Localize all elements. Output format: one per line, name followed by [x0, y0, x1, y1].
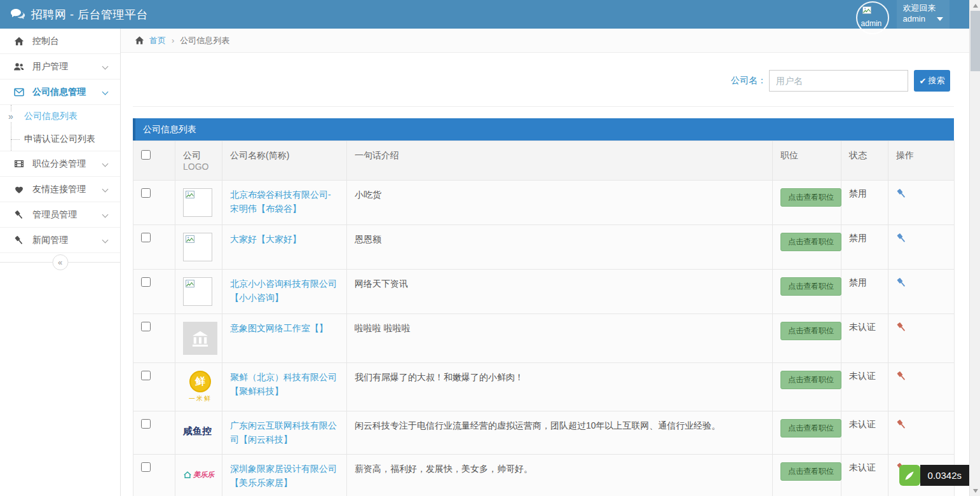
status-text: 禁用: [849, 277, 867, 287]
chevron-down-icon: [102, 89, 109, 95]
breadcrumb: 首页 › 公司信息列表: [121, 29, 969, 53]
sidebar-item-label: 友情连接管理: [32, 184, 86, 195]
company-info-submenu: » 公司信息列表 申请认证公司列表: [0, 105, 120, 151]
company-name-link[interactable]: 聚鲜（北京）科技有限公司【聚鲜科技】: [230, 371, 339, 398]
view-jobs-button[interactable]: 点击查看职位: [780, 233, 841, 251]
sidebar-item-console[interactable]: 控制台: [0, 29, 120, 54]
col-header-job: 职位: [773, 141, 841, 181]
company-logo-broken-image: [183, 188, 212, 217]
home-icon: [13, 36, 24, 46]
thinkphp-leaf-icon[interactable]: [899, 465, 920, 486]
username-text: admin: [903, 13, 925, 24]
sidebar-item-label: 新闻管理: [32, 235, 68, 246]
juxian-logo-text: 一米鲜: [183, 394, 217, 403]
search-button-label: 搜索: [928, 75, 944, 86]
scrollbar-thumb[interactable]: [970, 11, 980, 71]
col-header-logo-line2: LOGO: [183, 162, 208, 172]
status-text: 未认证: [849, 371, 876, 381]
row-checkbox[interactable]: [141, 277, 151, 287]
divider: [133, 106, 954, 107]
sidebar-item-label: 管理员管理: [32, 209, 77, 221]
sidebar-item-friend-links-management[interactable]: 友情连接管理: [0, 177, 120, 202]
house-icon: [183, 471, 192, 479]
avatar-alt-text: admin: [861, 19, 882, 28]
juxian-logo-circle: 鲜: [189, 371, 211, 392]
gavel-action-icon[interactable]: [896, 371, 907, 382]
search-button[interactable]: ✔ 搜索: [914, 70, 950, 92]
broken-image-icon: [186, 280, 194, 289]
view-jobs-button[interactable]: 点击查看职位: [780, 277, 841, 296]
chevron-down-icon: [102, 237, 109, 244]
avatar[interactable]: admin: [856, 1, 889, 34]
scrollbar-down-arrow[interactable]: [970, 485, 980, 496]
gavel-icon: [13, 235, 24, 245]
gavel-action-icon[interactable]: [896, 419, 907, 430]
company-name-link[interactable]: 北京小小咨询科技有限公司【小小咨询】: [230, 277, 339, 305]
col-header-logo-line1: 公司: [183, 150, 201, 160]
chevron-down-icon: [102, 64, 109, 70]
company-table: 公司 LOGO 公司名称(简称) 一句话介绍 职位 状态 操作: [133, 141, 955, 496]
company-logo-bank-placeholder: [183, 322, 217, 355]
breadcrumb-current-page: 公司信息列表: [180, 35, 229, 46]
sidebar-item-job-category-management[interactable]: 职位分类管理: [0, 151, 120, 177]
row-checkbox[interactable]: [141, 322, 151, 331]
top-header-bar: 招聘网 - 后台管理平台 admin 欢迎回来 admin: [0, 0, 980, 29]
dotted-connector: [11, 139, 20, 140]
company-name-search-input[interactable]: [769, 70, 908, 92]
company-name-link[interactable]: 广东闲云互联网科技有限公司【闲云科技】: [230, 419, 339, 446]
status-text: 未认证: [849, 419, 876, 429]
sidebar-subitem-apply-certified-company-list[interactable]: 申请认证公司列表: [0, 128, 120, 151]
status-text: 未认证: [849, 322, 876, 332]
col-header-action: 操作: [888, 141, 955, 181]
company-name-link[interactable]: 意象图文网络工作室【】: [230, 322, 328, 336]
gavel-action-icon[interactable]: [896, 322, 907, 333]
sidebar-subitem-company-info-list[interactable]: » 公司信息列表: [0, 105, 120, 128]
breadcrumb-home-link[interactable]: 首页: [149, 35, 166, 46]
sidebar-item-user-management[interactable]: 用户管理: [0, 54, 120, 79]
row-checkbox[interactable]: [141, 233, 151, 242]
comments-icon: [10, 8, 25, 21]
sidebar-item-news-management[interactable]: 新闻管理: [0, 228, 120, 253]
gavel-action-icon[interactable]: [896, 277, 907, 288]
gavel-icon: [13, 210, 24, 220]
row-checkbox[interactable]: [141, 419, 151, 429]
sidebar-collapse-button[interactable]: «: [52, 254, 68, 270]
company-name-link[interactable]: 大家好【大家好】: [230, 233, 301, 247]
broken-image-icon: [186, 191, 194, 200]
select-all-checkbox[interactable]: [141, 150, 151, 160]
view-jobs-button[interactable]: 点击查看职位: [780, 371, 841, 389]
company-logo-broken-image: [183, 277, 212, 306]
table-row: 大家好【大家好】 恩恩额 点击查看职位 禁用: [133, 225, 955, 270]
table-row: 北京小小咨询科技有限公司【小小咨询】 网络天下资讯 点击查看职位 禁用: [133, 270, 955, 314]
company-intro: 闲云科技专注于电信行业流量经营的虚拟运营商，团队超过10年以上互联网、通信行业经…: [355, 420, 721, 431]
user-menu[interactable]: admin 欢迎回来 admin: [856, 0, 949, 29]
sidebar-item-admin-management[interactable]: 管理员管理: [0, 202, 120, 228]
sidebar-item-company-info-management[interactable]: 公司信息管理: [0, 79, 120, 105]
table-row: 咸鱼控 广东闲云互联网科技有限公司【闲云科技】 闲云科技专注于电信行业流量经营的…: [133, 411, 955, 455]
col-header-status: 状态: [841, 141, 888, 181]
admin-screen: 招聘网 - 后台管理平台 admin 欢迎回来 admin: [0, 0, 980, 496]
table-row: 鲜 一米鲜 聚鲜（北京）科技有限公司【聚鲜科技】 我们有屌爆了的大叔！和嫩爆了的…: [133, 363, 955, 411]
sidebar-item-label: 控制台: [32, 36, 59, 47]
view-jobs-button[interactable]: 点击查看职位: [780, 188, 841, 207]
view-jobs-button[interactable]: 点击查看职位: [780, 322, 841, 340]
col-header-intro: 一句话介绍: [347, 141, 773, 181]
row-checkbox[interactable]: [141, 371, 151, 380]
chevron-down-icon[interactable]: [937, 17, 943, 21]
company-name-link[interactable]: 北京布袋谷科技有限公司-宋明伟【布袋谷】: [230, 188, 339, 216]
home-icon: [135, 36, 144, 45]
page-load-time-widget: 0.0342s: [899, 465, 969, 486]
view-jobs-button[interactable]: 点击查看职位: [780, 419, 841, 437]
vertical-scrollbar[interactable]: [969, 0, 980, 496]
users-icon: [13, 62, 24, 72]
gavel-action-icon[interactable]: [896, 233, 907, 244]
company-name-link[interactable]: 深圳象限家居设计有限公司【美乐乐家居】: [230, 462, 339, 490]
film-icon: [13, 159, 24, 169]
broken-image-icon: [186, 235, 194, 244]
scrollbar-up-arrow[interactable]: [970, 0, 980, 11]
envelope-icon: [13, 88, 24, 97]
row-checkbox[interactable]: [141, 188, 151, 198]
row-checkbox[interactable]: [141, 462, 151, 472]
gavel-action-icon[interactable]: [896, 188, 907, 199]
view-jobs-button[interactable]: 点击查看职位: [780, 462, 841, 481]
